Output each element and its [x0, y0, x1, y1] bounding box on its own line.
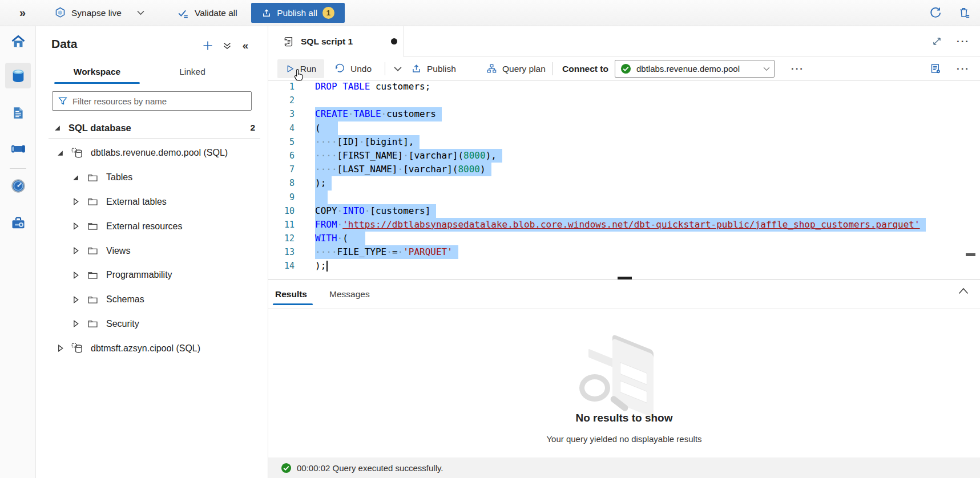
tree-item-icon: [85, 172, 100, 184]
code-line-11[interactable]: 11FROM·'https://dbtlabsynapsedatalake.bl…: [268, 218, 980, 232]
tab-results[interactable]: Results: [275, 284, 307, 305]
results-panel: Results Messages No results to show Your…: [268, 279, 980, 457]
tree-expander-icon[interactable]: [71, 247, 80, 254]
tree-expander-icon[interactable]: [55, 149, 64, 157]
tree-item-dbtlabs-revenue-demo-pool-sql[interactable]: dbtlabs.revenue.demo.pool (SQL): [36, 141, 268, 165]
code-line-5[interactable]: 5····[ID]·[bigint],: [268, 135, 980, 149]
collapse-all-icon[interactable]: [220, 39, 234, 52]
collapse-results-chevron-icon[interactable]: [958, 287, 969, 294]
nav-home-icon[interactable]: [5, 29, 31, 54]
line-number: 14: [268, 259, 295, 273]
filter-resources-input[interactable]: [72, 96, 251, 106]
sql-script-icon: [282, 35, 295, 48]
code-line-6[interactable]: 6····[FIRST_NAME]·[varchar](8000),: [268, 149, 980, 163]
magnifier-icon: [579, 374, 610, 402]
connect-to-dropdown[interactable]: dbtlabs.revenue.demo.pool: [615, 60, 775, 78]
tree-item-label: Programmability: [106, 270, 172, 280]
tree-item-tables[interactable]: Tables: [36, 165, 268, 190]
publish-all-label: Publish all: [277, 8, 317, 18]
empty-results-subtitle: Your query yielded no displayable result…: [268, 434, 980, 444]
line-number: 8: [268, 176, 295, 190]
code-line-10[interactable]: 10COPY·INTO·[customers]: [268, 204, 980, 218]
undo-button[interactable]: Undo: [331, 59, 375, 78]
expanded-triangle-icon[interactable]: [54, 124, 62, 132]
editor-scrollbar-handle[interactable]: [966, 253, 975, 256]
run-options-chevron-icon[interactable]: [390, 59, 405, 78]
add-icon[interactable]: [201, 39, 215, 52]
code-line-7[interactable]: 7····[LAST_NAME]·[varchar](8000): [268, 163, 980, 176]
code-editor[interactable]: 1DROP TABLE customers;23CREATE·TABLE·cus…: [268, 80, 980, 279]
query-plan-label: Query plan: [502, 64, 546, 74]
code-line-14[interactable]: 14);: [268, 259, 980, 273]
nav-develop-icon[interactable]: [5, 100, 31, 125]
tree-item-schemas[interactable]: Schemas: [36, 287, 268, 312]
publish-button[interactable]: Publish: [408, 59, 459, 78]
tab-messages[interactable]: Messages: [329, 284, 370, 305]
nav-manage-icon[interactable]: [5, 210, 31, 236]
tree-expander-icon[interactable]: [71, 272, 80, 279]
code-line-3[interactable]: 3CREATE·TABLE·customers: [268, 107, 980, 121]
code-line-8[interactable]: 8);: [268, 176, 980, 190]
tab-workspace[interactable]: Workspace: [54, 62, 140, 82]
validate-check-icon: [177, 7, 189, 19]
code-line-9[interactable]: 9: [268, 191, 980, 204]
expand-rail-icon[interactable]: »: [19, 0, 25, 26]
collapse-panel-icon[interactable]: «: [239, 39, 252, 52]
connect-to-label: Connect to: [562, 56, 608, 81]
tree-item-external-resources[interactable]: External resources: [36, 214, 268, 238]
tree-expander-icon[interactable]: [71, 222, 80, 230]
nav-monitor-icon[interactable]: [5, 173, 31, 199]
tree-item-label: dbtlabs.revenue.demo.pool (SQL): [91, 148, 228, 158]
tree-item-views[interactable]: Views: [36, 238, 268, 263]
unsaved-changes-dot: [391, 38, 397, 44]
publish-all-button[interactable]: Publish all 1: [251, 3, 345, 23]
tree-item-dbtmsft-azsyn-cipool-sql[interactable]: dbtmsft.azsyn.cipool (SQL): [36, 336, 268, 360]
publish-label: Publish: [427, 64, 456, 74]
tree-expander-icon[interactable]: [71, 296, 80, 303]
run-label: Run: [300, 64, 316, 74]
nav-data-icon[interactable]: [5, 63, 31, 88]
discard-all-icon[interactable]: [958, 6, 971, 19]
validate-all-button[interactable]: Validate all: [177, 0, 237, 26]
line-number: 6: [268, 149, 295, 163]
rail-divider: [10, 168, 26, 169]
toolbar-more-icon[interactable]: ···: [788, 56, 808, 81]
tree-item-label: Tables: [106, 172, 132, 183]
tree-item-external-tables[interactable]: External tables: [36, 190, 268, 214]
code-line-13[interactable]: 13····FILE_TYPE·=·'PARQUET': [268, 245, 980, 259]
query-plan-button[interactable]: Query plan: [483, 59, 549, 78]
top-command-bar: » Synapse live Validate all Publish all …: [0, 0, 980, 26]
properties-icon[interactable]: [930, 63, 942, 75]
nav-integrate-icon[interactable]: [5, 136, 31, 161]
tree-item-label: dbtmsft.azsyn.cipool (SQL): [91, 343, 200, 354]
tree-expander-icon[interactable]: [71, 174, 80, 181]
tree-root-label: SQL database: [68, 123, 131, 133]
undo-label: Undo: [350, 64, 372, 74]
tree-expander-icon[interactable]: [71, 198, 80, 205]
active-tab-underline: [273, 303, 313, 305]
code-line-12[interactable]: 12WITH·(: [268, 232, 980, 245]
synapse-mode-selector[interactable]: Synapse live: [54, 0, 144, 26]
tab-title: SQL script 1: [301, 37, 353, 47]
tab-sql-script[interactable]: SQL script 1: [268, 26, 404, 57]
publish-upload-icon: [261, 8, 272, 18]
tab-linked[interactable]: Linked: [150, 62, 235, 82]
tree-item-security[interactable]: Security: [36, 312, 268, 337]
text-cursor: [326, 261, 328, 272]
code-line-2[interactable]: 2: [268, 94, 980, 107]
tree-item-programmability[interactable]: Programmability: [36, 263, 268, 287]
code-line-4[interactable]: 4(: [268, 121, 980, 135]
expand-editor-icon[interactable]: [931, 36, 942, 47]
chevron-down-icon: [137, 10, 144, 15]
run-button[interactable]: Run: [277, 59, 324, 78]
publish-count-badge: 1: [322, 7, 334, 19]
tree-root-sql-database[interactable]: SQL database 2: [36, 118, 268, 138]
refresh-icon[interactable]: [929, 6, 942, 19]
code-line-1[interactable]: 1DROP TABLE customers;: [268, 80, 980, 94]
tab-more-icon[interactable]: ···: [957, 36, 970, 47]
editor-more-icon[interactable]: ···: [957, 63, 970, 75]
tree-expander-icon[interactable]: [55, 345, 64, 352]
pool-status-icon: [620, 63, 631, 74]
tree-item-label: Security: [106, 319, 139, 329]
tree-expander-icon[interactable]: [71, 320, 80, 327]
